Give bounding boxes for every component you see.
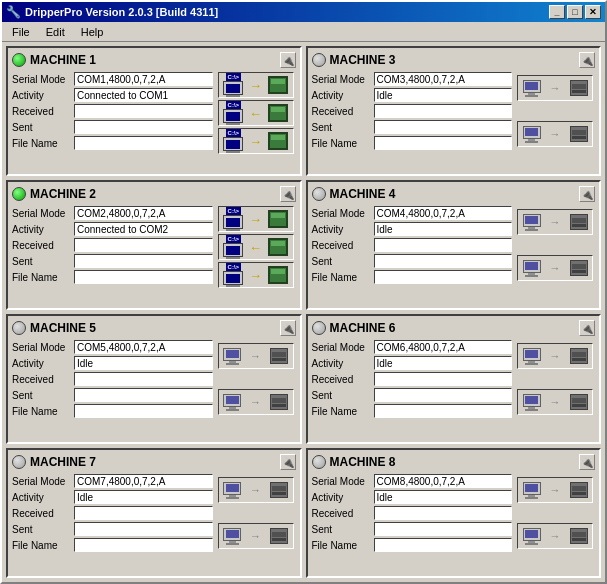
machine-5-sent-row: Sent (12, 388, 213, 402)
machine-1-activity-label: Activity (12, 90, 72, 101)
machine-2-file-name-label: File Name (12, 272, 72, 283)
machine-1-anim-frame-2: C:\> → (218, 128, 294, 154)
machine-8-idle-icon-0: → (517, 477, 593, 503)
machine-4-main-area: Serial ModeCOM4,4800,0,7,2,AActivityIdle… (312, 206, 596, 284)
machine-3-idle-icon-1: → (517, 121, 593, 147)
machine-5-settings-button[interactable]: 🔌 (280, 320, 296, 336)
machine-6-activity-row: ActivityIdle (312, 356, 513, 370)
menu-help[interactable]: Help (75, 24, 110, 40)
machine-7-main-area: Serial ModeCOM7,4800,0,7,2,AActivityIdle… (12, 474, 296, 552)
machine-5-serial-mode-row: Serial ModeCOM5,4800,0,7,2,A (12, 340, 213, 354)
machine-8-serial-mode-label: Serial Mode (312, 476, 372, 487)
machine-8-activity-row: ActivityIdle (312, 490, 513, 504)
menu-edit[interactable]: Edit (40, 24, 71, 40)
machine-8-sent-row: Sent (312, 522, 513, 536)
machine-4-title: MACHINE 4 (330, 187, 576, 201)
machine-8-sent-label: Sent (312, 524, 372, 535)
minimize-button[interactable]: _ (549, 5, 565, 19)
machines-grid: MACHINE 1🔌Serial ModeCOM1,4800,0,7,2,AAc… (2, 42, 605, 582)
machine-2-anim-frame-1: C:\> ← (218, 234, 294, 260)
machine-8-title: MACHINE 8 (330, 455, 576, 469)
machine-8-activity-value: Idle (374, 490, 513, 504)
machine-8-settings-button[interactable]: 🔌 (579, 454, 595, 470)
machine-4-panel: MACHINE 4🔌Serial ModeCOM4,4800,0,7,2,AAc… (306, 180, 602, 310)
machine-8-file-name-row: File Name (312, 538, 513, 552)
machine-6-received-label: Received (312, 374, 372, 385)
machine-3-main-area: Serial ModeCOM3,4800,0,7,2,AActivityIdle… (312, 72, 596, 150)
machine-7-file-name-value (74, 538, 213, 552)
machine-3-serial-mode-label: Serial Mode (312, 74, 372, 85)
machine-4-settings-button[interactable]: 🔌 (579, 186, 595, 202)
menu-file[interactable]: File (6, 24, 36, 40)
machine-6-sent-value (374, 388, 513, 402)
machine-4-sent-row: Sent (312, 254, 513, 268)
machine-7-received-label: Received (12, 508, 72, 519)
machine-3-status-led (312, 53, 326, 67)
main-window: 🔧 DripperPro Version 2.0.3 [Build 4311] … (0, 0, 607, 584)
machine-4-activity-value: Idle (374, 222, 513, 236)
machine-2-settings-button[interactable]: 🔌 (280, 186, 296, 202)
machine-4-received-row: Received (312, 238, 513, 252)
close-button[interactable]: ✕ (585, 5, 601, 19)
app-icon: 🔧 (6, 5, 21, 19)
machine-4-serial-mode-label: Serial Mode (312, 208, 372, 219)
machine-2-serial-mode-row: Serial ModeCOM2,4800,0,7,2,A (12, 206, 213, 220)
machine-1-received-label: Received (12, 106, 72, 117)
machine-2-anim-frame-2: C:\> → (218, 262, 294, 288)
machine-2-title: MACHINE 2 (30, 187, 276, 201)
machine-8-fields: Serial ModeCOM8,4800,0,7,2,AActivityIdle… (312, 474, 513, 552)
machine-7-file-name-row: File Name (12, 538, 213, 552)
machine-1-sent-label: Sent (12, 122, 72, 133)
machine-4-file-name-value (374, 270, 513, 284)
machine-3-received-label: Received (312, 106, 372, 117)
machine-7-serial-mode-row: Serial ModeCOM7,4800,0,7,2,A (12, 474, 213, 488)
machine-7-activity-row: ActivityIdle (12, 490, 213, 504)
machine-5-idle-icon-1: → (218, 389, 294, 415)
machine-7-sent-value (74, 522, 213, 536)
machine-5-sent-value (74, 388, 213, 402)
machine-8-serial-mode-row: Serial ModeCOM8,4800,0,7,2,A (312, 474, 513, 488)
machine-7-status-led (12, 455, 26, 469)
machine-7-activity-label: Activity (12, 492, 72, 503)
machine-1-settings-button[interactable]: 🔌 (280, 52, 296, 68)
machine-5-fields: Serial ModeCOM5,4800,0,7,2,AActivityIdle… (12, 340, 213, 418)
machine-8-panel: MACHINE 8🔌Serial ModeCOM8,4800,0,7,2,AAc… (306, 448, 602, 578)
machine-7-settings-button[interactable]: 🔌 (280, 454, 296, 470)
machine-6-file-name-label: File Name (312, 406, 372, 417)
maximize-button[interactable]: □ (567, 5, 583, 19)
machine-2-received-value (74, 238, 213, 252)
machine-6-settings-button[interactable]: 🔌 (579, 320, 595, 336)
machine-5-activity-label: Activity (12, 358, 72, 369)
machine-5-title: MACHINE 5 (30, 321, 276, 335)
machine-3-settings-button[interactable]: 🔌 (579, 52, 595, 68)
machine-3-idle-icon-0: → (517, 75, 593, 101)
machine-2-activity-value: Connected to COM2 (74, 222, 213, 236)
machine-2-file-name-row: File Name (12, 270, 213, 284)
machine-3-fields: Serial ModeCOM3,4800,0,7,2,AActivityIdle… (312, 72, 513, 150)
window-title: DripperPro Version 2.0.3 [Build 4311] (25, 6, 218, 18)
machine-8-idle-icon-1: → (517, 523, 593, 549)
machine-5-animation-area: → → (216, 340, 296, 418)
machine-1-panel: MACHINE 1🔌Serial ModeCOM1,4800,0,7,2,AAc… (6, 46, 302, 176)
machine-2-header: MACHINE 2🔌 (12, 186, 296, 202)
machine-1-activity-row: ActivityConnected to COM1 (12, 88, 213, 102)
machine-8-serial-mode-value: COM8,4800,0,7,2,A (374, 474, 513, 488)
title-buttons: _ □ ✕ (549, 5, 601, 19)
machine-2-serial-mode-value: COM2,4800,0,7,2,A (74, 206, 213, 220)
machine-3-header: MACHINE 3🔌 (312, 52, 596, 68)
machine-6-fields: Serial ModeCOM6,4800,0,7,2,AActivityIdle… (312, 340, 513, 418)
machine-2-sent-value (74, 254, 213, 268)
machine-2-main-area: Serial ModeCOM2,4800,0,7,2,AActivityConn… (12, 206, 296, 288)
machine-1-status-led (12, 53, 26, 67)
machine-2-sent-row: Sent (12, 254, 213, 268)
machine-3-activity-row: ActivityIdle (312, 88, 513, 102)
machine-6-header: MACHINE 6🔌 (312, 320, 596, 336)
machine-3-activity-value: Idle (374, 88, 513, 102)
machine-1-serial-mode-label: Serial Mode (12, 74, 72, 85)
machine-6-idle-icon-0: → (517, 343, 593, 369)
machine-4-file-name-label: File Name (312, 272, 372, 283)
machine-8-received-value (374, 506, 513, 520)
menu-bar: File Edit Help (2, 22, 605, 42)
machine-5-received-label: Received (12, 374, 72, 385)
machine-5-status-led (12, 321, 26, 335)
